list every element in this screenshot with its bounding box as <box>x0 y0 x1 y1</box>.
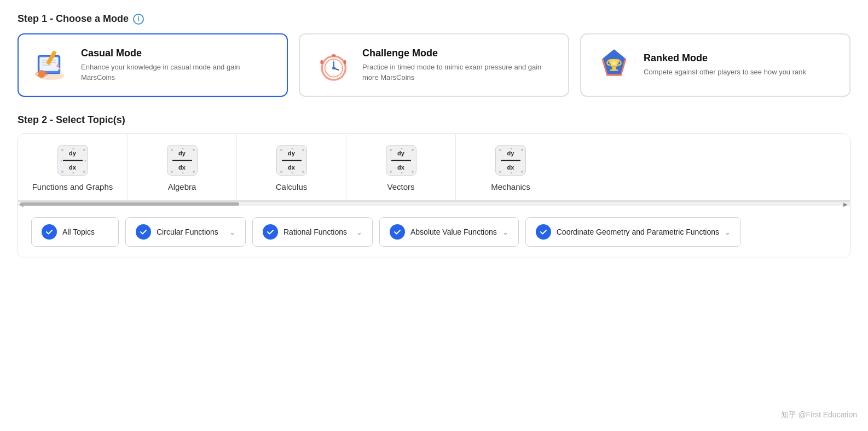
svg-point-54 <box>390 171 392 173</box>
svg-rect-15 <box>332 54 335 57</box>
svg-point-39 <box>84 160 86 162</box>
tab-algebra-label: Algebra <box>168 182 196 191</box>
chevron-down-icon-4: ⌄ <box>725 228 731 236</box>
svg-point-61 <box>521 171 523 173</box>
chip-all-topics[interactable]: All Topics <box>31 217 119 247</box>
svg-point-36 <box>72 148 74 150</box>
chip-absolute-label: Absolute Value Functions <box>410 228 497 236</box>
svg-point-53 <box>412 149 414 151</box>
svg-point-43 <box>193 171 195 173</box>
svg-point-32 <box>61 149 63 151</box>
svg-point-18 <box>332 67 335 69</box>
svg-point-49 <box>302 171 304 173</box>
svg-point-45 <box>182 172 183 174</box>
svg-point-35 <box>83 171 85 173</box>
challenge-mode-desc: Practice in timed mode to mimic exam pre… <box>362 62 555 82</box>
chevron-down-icon-2: ⌄ <box>356 228 362 236</box>
ranked-mode-card[interactable]: Ranked Mode Compete against other player… <box>580 33 850 97</box>
chevron-down-icon: ⌄ <box>229 228 235 236</box>
svg-point-48 <box>280 171 282 173</box>
calculus-dydx-icon <box>276 145 307 176</box>
svg-point-62 <box>511 148 512 150</box>
tab-vectors[interactable]: Vectors <box>346 134 456 202</box>
casual-mode-desc: Enhance your knowledge in casual mode an… <box>81 62 274 82</box>
casual-mode-card[interactable]: Casual Mode Enhance your knowledge in ca… <box>18 33 288 97</box>
chip-coordinate-label: Coordinate Geometry and Parametric Funct… <box>557 228 719 236</box>
scroll-thumb[interactable] <box>20 202 239 206</box>
challenge-mode-text: Challenge Mode Practice in timed mode to… <box>362 48 555 82</box>
chip-rational-functions[interactable]: Rational Functions ⌄ <box>252 217 373 247</box>
svg-point-42 <box>171 171 173 173</box>
algebra-dydx-icon <box>167 145 198 176</box>
svg-point-40 <box>171 149 173 151</box>
tab-mechanics[interactable]: Mechanics <box>456 134 565 202</box>
svg-point-47 <box>302 149 304 151</box>
chevron-down-icon-3: ⌄ <box>502 228 508 236</box>
svg-point-55 <box>412 171 414 173</box>
chip-coordinate-geometry[interactable]: Coordinate Geometry and Parametric Funct… <box>525 217 741 247</box>
svg-point-37 <box>72 172 74 174</box>
chip-absolute-check <box>390 224 405 240</box>
svg-point-60 <box>499 171 501 173</box>
challenge-mode-title: Challenge Mode <box>362 48 555 59</box>
svg-point-41 <box>193 149 195 151</box>
chip-coordinate-check <box>536 224 551 240</box>
svg-point-52 <box>390 149 392 151</box>
svg-rect-27 <box>611 65 618 67</box>
svg-point-38 <box>60 160 62 162</box>
tab-functions-label: Functions and Graphs <box>32 182 113 191</box>
svg-point-10 <box>38 70 45 78</box>
svg-point-58 <box>499 149 501 151</box>
step2-header: Step 2 - Select Topic(s) <box>18 114 850 126</box>
svg-point-44 <box>182 148 183 150</box>
tab-algebra[interactable]: Algebra <box>128 134 237 202</box>
casual-mode-title: Casual Mode <box>81 48 274 59</box>
challenge-mode-icon <box>313 45 352 85</box>
svg-rect-28 <box>612 67 616 69</box>
svg-point-59 <box>521 149 523 151</box>
step2-label: Step 2 - Select Topic(s) <box>18 114 125 126</box>
svg-point-57 <box>401 172 402 174</box>
casual-mode-icon <box>32 45 71 85</box>
chip-circular-check <box>136 224 151 240</box>
svg-rect-20 <box>344 60 346 64</box>
horizontal-scrollbar[interactable]: ◀ ▶ <box>18 202 850 206</box>
challenge-mode-card[interactable]: Challenge Mode Practice in timed mode to… <box>299 33 569 97</box>
info-icon[interactable]: i <box>133 14 144 25</box>
svg-point-63 <box>511 172 512 174</box>
ranked-mode-desc: Compete against other players to see how… <box>644 67 806 77</box>
tab-functions[interactable]: Functions and Graphs <box>18 134 128 202</box>
topic-chips-container: All Topics Circular Functions ⌄ Rational… <box>18 206 850 258</box>
ranked-mode-text: Ranked Mode Compete against other player… <box>644 53 806 77</box>
svg-point-51 <box>291 172 293 174</box>
topics-section: Functions and Graphs Algebra <box>18 133 850 258</box>
chip-absolute-value[interactable]: Absolute Value Functions ⌄ <box>379 217 519 247</box>
topic-tabs-row: Functions and Graphs Algebra <box>18 134 850 202</box>
chip-circular-functions[interactable]: Circular Functions ⌄ <box>125 217 246 247</box>
svg-point-34 <box>61 171 63 173</box>
casual-mode-text: Casual Mode Enhance your knowledge in ca… <box>81 48 274 82</box>
vectors-dydx-icon <box>386 145 416 176</box>
chip-all-topics-label: All Topics <box>62 228 108 236</box>
mechanics-dydx-icon <box>495 145 526 176</box>
ranked-mode-title: Ranked Mode <box>644 53 806 64</box>
svg-point-50 <box>291 148 293 150</box>
tab-calculus-label: Calculus <box>276 182 308 191</box>
chip-circular-label: Circular Functions <box>157 228 224 236</box>
ranked-mode-icon <box>594 45 634 85</box>
svg-point-46 <box>280 149 282 151</box>
scroll-right-arrow[interactable]: ▶ <box>843 201 848 207</box>
svg-point-56 <box>401 148 402 150</box>
tab-mechanics-label: Mechanics <box>491 182 530 191</box>
mode-cards-container: Casual Mode Enhance your knowledge in ca… <box>18 33 850 97</box>
svg-rect-19 <box>321 60 323 64</box>
functions-dydx-icon <box>57 145 88 176</box>
tab-calculus[interactable]: Calculus <box>237 134 346 202</box>
chip-all-topics-check <box>42 224 57 240</box>
svg-rect-29 <box>610 69 618 71</box>
chip-rational-label: Rational Functions <box>283 228 351 236</box>
step1-header: Step 1 - Choose a Mode i <box>18 13 850 25</box>
tab-vectors-label: Vectors <box>387 182 414 191</box>
step1-label: Step 1 - Choose a Mode <box>18 13 129 25</box>
chip-rational-check <box>263 224 278 240</box>
